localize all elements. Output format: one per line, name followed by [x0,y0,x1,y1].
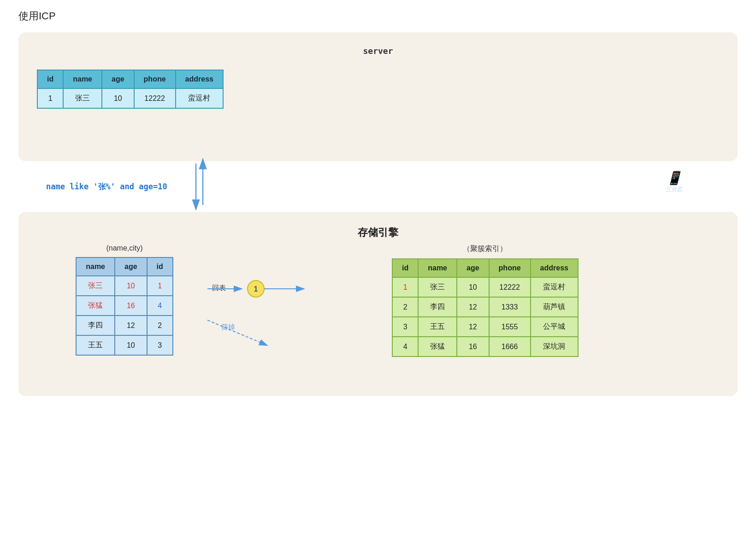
storage-inner: (name,city) name age id 张三 10 1 [37,244,719,357]
cell-age: 12 [457,297,489,317]
circle-1-text: 1 [254,285,258,293]
page-title: 使用ICP [18,9,738,23]
cell-phone: 1666 [489,337,531,357]
cell-phone: 12222 [489,277,531,297]
cell-id: 1 [37,88,63,108]
cell-age: 16 [457,337,489,357]
cell-age: 10 [115,276,147,296]
cell-id: 1 [147,276,173,296]
wechat-decoration: 📱 三分忘 [666,170,682,193]
clus-col-address: address [531,259,578,277]
col-id: id [37,70,63,88]
table-row: 张三 10 1 [76,276,173,296]
table-row: 4 张猛 16 1666 深坑洞 [392,337,578,357]
left-section: (name,city) name age id 张三 10 1 [37,244,212,356]
circle-badge [248,281,264,297]
cell-address: 深坑洞 [531,337,578,357]
cell-age: 10 [102,88,134,108]
cell-id: 2 [392,297,418,317]
clus-col-id: id [392,259,418,277]
col-address: address [176,70,223,88]
cell-id: 4 [147,296,173,316]
cell-name: 王五 [76,335,115,355]
table-row: 李四 12 2 [76,316,173,335]
table-row: 张猛 16 4 [76,296,173,316]
col-age: age [102,70,134,88]
sec-col-name: name [76,257,115,276]
cell-address: 蛮逗村 [176,88,223,108]
cell-age: 12 [457,317,489,337]
storage-arrows: 回表 1 筛掉 [207,244,369,405]
cell-address: 公平城 [531,317,578,337]
cell-name: 张三 [418,277,457,297]
cell-name: 张猛 [76,296,115,316]
right-section: （聚簇索引） id name age phone address 1 张三 [392,244,579,357]
clus-col-age: age [457,259,489,277]
cell-age: 16 [115,296,147,316]
clus-col-phone: phone [489,259,531,277]
sec-col-id: id [147,257,173,276]
query-label: name like '张%' and age=10 [46,181,167,192]
col-name: name [63,70,102,88]
storage-box: 存储引擎 (name,city) name age id 张三 10 1 [18,212,738,396]
secondary-index-table: name age id 张三 10 1 张猛 16 4 [76,257,173,356]
cell-address: 蛮逗村 [531,277,578,297]
cell-name: 张三 [63,88,102,108]
cell-name: 张三 [76,276,115,296]
middle-area: name like '张%' and age=10 📱 三分忘 [18,161,738,212]
cell-age: 12 [115,316,147,335]
arrow-shai [207,320,267,345]
table-row: 1 张三 10 12222 蛮逗村 [392,277,578,297]
cell-address: 葫芦镇 [531,297,578,317]
cell-phone: 1333 [489,297,531,317]
shai-label: 筛掉 [221,323,235,331]
cell-id: 2 [147,316,173,335]
server-box: server id name age phone address 1 张三 10… [18,32,738,161]
cluster-index-label: （聚簇索引） [463,244,507,254]
cell-name: 李四 [418,297,457,317]
table-row: 1 张三 10 12222 蛮逗村 [37,88,223,108]
cell-id: 3 [147,335,173,355]
cell-id: 4 [392,337,418,357]
storage-title: 存储引擎 [37,226,719,240]
huibiao-label: 回表 [212,284,226,292]
wechat-text: 三分忘 [666,186,682,193]
cell-name: 王五 [418,317,457,337]
cell-phone: 1555 [489,317,531,337]
wechat-icon: 📱 [666,170,682,186]
col-phone: phone [134,70,176,88]
table-row: 王五 10 3 [76,335,173,355]
table-row: 3 王五 12 1555 公平城 [392,317,578,337]
sec-col-age: age [115,257,147,276]
secondary-index-label: (name,city) [106,244,142,252]
cluster-index-table: id name age phone address 1 张三 10 12222 … [392,258,579,357]
cell-age: 10 [115,335,147,355]
cell-id: 1 [392,277,418,297]
server-label: server [37,46,719,56]
table-row: 2 李四 12 1333 葫芦镇 [392,297,578,317]
clus-col-name: name [418,259,457,277]
cell-id: 3 [392,317,418,337]
cell-name: 张猛 [418,337,457,357]
server-table: id name age phone address 1 张三 10 12222 … [37,70,224,109]
cell-age: 10 [457,277,489,297]
cell-name: 李四 [76,316,115,335]
cell-phone: 12222 [134,88,176,108]
